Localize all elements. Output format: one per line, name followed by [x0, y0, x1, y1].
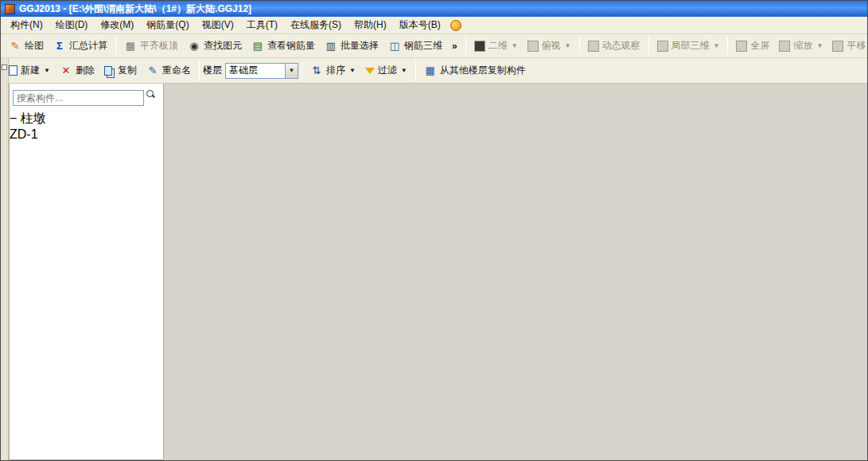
chevron-down-icon: ▼	[565, 42, 571, 49]
toolbar-separator	[465, 37, 466, 55]
copy-floor-icon: ▦	[424, 64, 437, 77]
menu-version[interactable]: 版本号(B)	[393, 16, 447, 34]
sort-button[interactable]: ⇅ 排序▼	[306, 61, 360, 80]
toolbar-overflow-button[interactable]: »	[447, 37, 462, 55]
menu-online[interactable]: 在线服务(S)	[284, 16, 348, 34]
chevron-down-icon: ▼	[816, 42, 823, 49]
copy-button[interactable]: 复制	[99, 61, 142, 80]
tree-node-root[interactable]: − 柱墩	[10, 111, 163, 127]
new-document-icon	[9, 65, 18, 76]
toolbar-separator	[115, 37, 116, 55]
tree-item-label[interactable]: ZD-1	[10, 127, 38, 141]
toolbar-separator	[579, 37, 580, 55]
summary-calc-button[interactable]: Σ 汇总计算	[49, 36, 112, 56]
menu-bar: 构件(N) 绘图(D) 修改(M) 钢筋量(Q) 视图(V) 工具(T) 在线服…	[1, 17, 867, 34]
sigma-icon: Σ	[53, 40, 66, 53]
component-tree: − 柱墩 ZD-1	[10, 111, 163, 142]
menu-view[interactable]: 视图(V)	[196, 16, 240, 34]
orbit-button[interactable]: 动态观察	[583, 36, 645, 56]
top-view-icon	[527, 41, 539, 52]
chevron-down-icon: ▼	[512, 42, 518, 49]
dock-pin-icon[interactable]	[2, 64, 7, 70]
find-element-button[interactable]: ◉ 查找图元	[183, 36, 247, 56]
new-button[interactable]: 新建▼	[4, 61, 55, 80]
copy-icon	[104, 66, 112, 76]
chevron-down-icon: ▼	[401, 67, 407, 74]
view-rebar-qty-button[interactable]: ▤ 查看钢筋量	[247, 36, 320, 56]
rebar-table-icon: ▤	[251, 40, 264, 53]
view-2d-button[interactable]: 二维▼	[469, 36, 523, 56]
pan-icon	[832, 41, 843, 52]
full-screen-icon	[736, 41, 747, 52]
promo-icon[interactable]	[450, 20, 461, 31]
cube-icon: ◫	[388, 40, 401, 53]
pencil-icon: ✎	[9, 40, 21, 53]
window-title: GGJ2013 - [E:\外围\渭南新大陆\（1#）新大陆.GGJ12]	[19, 2, 251, 16]
align-slab-top-button[interactable]: ▦ 平齐板顶	[119, 36, 183, 56]
select-icon: ▥	[325, 40, 337, 53]
tree-root-label: 柱墩	[21, 111, 46, 125]
delete-button[interactable]: ✕ 删除	[55, 61, 99, 80]
menu-rebar[interactable]: 钢筋量(Q)	[140, 16, 195, 34]
copy-from-other-floor-button[interactable]: ▦ 从其他楼层复制构件	[419, 61, 531, 80]
app-icon	[5, 4, 15, 14]
view-2d-icon	[474, 41, 485, 52]
toolbar-separator	[648, 37, 649, 55]
tree-node-zd1[interactable]: ZD-1	[10, 127, 163, 142]
full-screen-button[interactable]: 全屏	[731, 36, 774, 56]
toolbar-separator	[302, 61, 302, 80]
dock-strip	[1, 58, 9, 460]
batch-select-button[interactable]: ▥ 批量选择	[320, 36, 383, 56]
application-window: GGJ2013 - [E:\外围\渭南新大陆\（1#）新大陆.GGJ12] 构件…	[0, 0, 868, 461]
binoculars-icon: ◉	[188, 40, 200, 53]
search-row	[10, 84, 163, 111]
sort-icon: ⇅	[310, 64, 323, 77]
menu-help[interactable]: 帮助(H)	[348, 16, 393, 34]
local-3d-button[interactable]: 局部三维▼	[652, 36, 725, 56]
search-button[interactable]	[146, 90, 160, 106]
title-bar[interactable]: GGJ2013 - [E:\外围\渭南新大陆\（1#）新大陆.GGJ12]	[1, 1, 867, 17]
component-tree-panel: − 柱墩 ZD-1	[9, 84, 164, 460]
toolbar-separator	[199, 61, 200, 80]
top-view-button[interactable]: 俯视▼	[523, 36, 576, 56]
menu-draw[interactable]: 绘图(D)	[49, 16, 95, 34]
rename-icon: ✎	[146, 64, 159, 77]
rebar-3d-button[interactable]: ◫ 钢筋三维	[383, 36, 447, 56]
zoom-button[interactable]: 缩放▼	[774, 36, 827, 56]
menu-component[interactable]: 构件(N)	[4, 16, 49, 34]
chevron-down-icon: ▼	[349, 67, 356, 74]
orbit-icon	[588, 41, 599, 52]
delete-icon: ✕	[60, 64, 72, 77]
menu-modify[interactable]: 修改(M)	[94, 16, 140, 34]
search-input[interactable]	[13, 90, 144, 106]
collapse-icon[interactable]: −	[10, 111, 17, 125]
zoom-icon	[779, 41, 790, 52]
rename-button[interactable]: ✎ 重命名	[142, 61, 196, 80]
toolbar-separator	[415, 61, 416, 80]
chevron-down-icon: ▼	[714, 42, 720, 49]
chevron-down-icon: ▼	[44, 67, 50, 74]
local-3d-icon	[657, 41, 668, 52]
component-toolbar: 新建▼ ✕ 删除 复制 ✎ 重命名 楼层 基础层 ▼ ⇅ 排序▼ 过滤▼	[1, 58, 867, 84]
filter-icon	[365, 68, 375, 74]
floor-combobox[interactable]: 基础层 ▼	[225, 63, 298, 79]
filter-button[interactable]: 过滤▼	[360, 61, 412, 80]
menu-tools[interactable]: 工具(T)	[240, 16, 284, 34]
combobox-dropdown-button[interactable]: ▼	[285, 64, 298, 78]
toolbar-separator	[727, 37, 728, 55]
floor-label: 楼层	[203, 64, 222, 77]
draw-button[interactable]: ✎ 绘图	[4, 36, 49, 56]
align-slab-icon: ▦	[124, 40, 137, 53]
pan-button[interactable]: 平移▼	[827, 36, 868, 56]
main-toolbar: ✎ 绘图 Σ 汇总计算 ▦ 平齐板顶 ◉ 查找图元 ▤ 查看钢筋量 ▥ 批量选择…	[1, 34, 867, 58]
floor-combobox-value: 基础层	[229, 64, 258, 77]
